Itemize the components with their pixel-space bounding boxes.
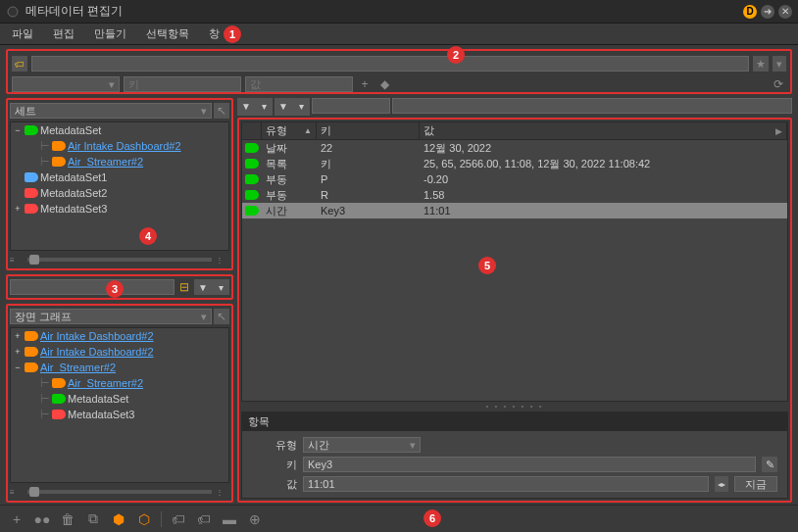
expander-icon[interactable] (28, 378, 38, 388)
copy-icon[interactable]: ⧉ (84, 510, 102, 528)
menu-file[interactable]: 파일 (4, 24, 41, 43)
menu-selection[interactable]: 선택항목 (138, 24, 197, 43)
tree-row[interactable]: ⊢Air_Streamer#2 (11, 154, 228, 169)
tree-row[interactable]: ⊢MetadataSet (11, 391, 228, 407)
tree-label[interactable]: MetadataSet (40, 124, 101, 136)
mid-search-input[interactable] (10, 279, 175, 295)
scene-cursor-icon[interactable]: ↖ (214, 309, 229, 324)
table-search-2[interactable] (392, 98, 792, 114)
orange-tag-icon[interactable]: ⬢ (110, 510, 127, 528)
menu-create[interactable]: 만들기 (86, 24, 134, 43)
scene-combo[interactable]: 장면 그래프▾ (10, 309, 212, 324)
slider-handle-icon[interactable]: ≡ (10, 259, 24, 262)
mid-filter-icon[interactable]: ▼ (194, 279, 212, 295)
favorite-button[interactable]: ★ (753, 56, 769, 72)
tree-label[interactable]: MetadataSet3 (40, 203, 108, 215)
expander-icon[interactable] (28, 141, 38, 151)
filter1-dropdown[interactable]: ▾ (255, 98, 273, 114)
filter2-dropdown[interactable]: ▾ (292, 98, 310, 114)
record-icon[interactable]: ●● (33, 510, 51, 528)
tree-row[interactable]: −Air_Streamer#2 (11, 360, 228, 375)
expander-icon[interactable] (13, 188, 23, 198)
filter2-icon[interactable]: ▼ (274, 98, 292, 114)
table-panel: 5 유형▲ 키 값▶ 날짜2212월 30, 2022목록키25, 65, 25… (237, 118, 792, 503)
add-icon[interactable]: + (8, 510, 25, 528)
tree-label[interactable]: Air_Streamer#2 (68, 156, 143, 168)
tree-label[interactable]: MetadataSet1 (40, 171, 108, 183)
scene-slider-handle[interactable]: ≡ (10, 491, 24, 494)
expander-icon[interactable] (28, 157, 38, 167)
detail-type-combo[interactable]: 시간▾ (303, 437, 421, 453)
top-search-input[interactable] (31, 56, 749, 72)
table-row[interactable]: 목록키25, 65, 2566.00, 11:08, 12월 30, 2022 … (242, 156, 787, 171)
tree-row[interactable]: +MetadataSet3 (11, 201, 228, 217)
sets-slider[interactable] (27, 258, 212, 262)
now-button[interactable]: 지금 (734, 476, 777, 492)
filter1-icon[interactable]: ▼ (237, 98, 255, 114)
tree-row[interactable]: +Air Intake Dashboard#2 (11, 328, 228, 344)
d-button[interactable]: D (743, 5, 757, 19)
tree-row[interactable]: MetadataSet1 (11, 169, 228, 185)
edit-key-button[interactable]: ✎ (762, 457, 777, 472)
cell-key: Key3 (317, 205, 420, 217)
table-row[interactable]: 시간Key311:01 (242, 203, 787, 218)
scene-slider[interactable] (27, 490, 212, 494)
tag-mode-icon[interactable]: 🏷 (12, 56, 27, 72)
table-row[interactable]: 부동R1.58 (242, 187, 787, 203)
value-input[interactable] (245, 76, 353, 92)
filter-combo[interactable]: ▾ (12, 76, 120, 92)
val-spinner[interactable]: ◂▸ (715, 476, 728, 492)
expander-icon[interactable]: + (13, 331, 23, 341)
tree-label[interactable]: MetadataSet3 (68, 409, 135, 420)
tree-row[interactable]: ⊢Air Intake Dashboard#2 (11, 138, 228, 154)
tree-row[interactable]: +Air Intake Dashboard#2 (11, 344, 228, 360)
expander-icon[interactable] (13, 172, 23, 182)
close-button[interactable]: ✕ (778, 5, 792, 19)
table-row[interactable]: 부동P-0.20 (242, 171, 787, 187)
tree-label[interactable]: Air Intake Dashboard#2 (68, 140, 181, 152)
key-input[interactable] (124, 76, 241, 92)
th-key[interactable]: 키 (317, 122, 420, 139)
cell-key: P (317, 173, 420, 185)
tree-row[interactable]: ⊢MetadataSet3 (11, 407, 228, 422)
clear-filter-button[interactable]: ◆ (376, 76, 392, 92)
tree-row[interactable]: ⊢Air_Streamer#2 (11, 375, 228, 391)
detail-val-input[interactable] (303, 476, 709, 492)
brush-icon[interactable]: ▬ (221, 510, 238, 528)
target-icon[interactable]: ⊕ (246, 510, 264, 528)
search-dropdown[interactable]: ▾ (773, 56, 786, 72)
detail-key-input[interactable] (303, 457, 756, 472)
th-tag[interactable] (242, 122, 262, 139)
tree-label[interactable]: Air_Streamer#2 (40, 362, 116, 373)
sets-cursor-icon[interactable]: ↖ (214, 103, 229, 119)
tree-label[interactable]: MetadataSet2 (40, 187, 108, 199)
expander-icon[interactable] (28, 394, 38, 404)
th-val[interactable]: 값▶ (420, 122, 787, 139)
menu-edit[interactable]: 편집 (45, 24, 82, 43)
refresh-button[interactable]: ⟳ (771, 76, 786, 92)
add-filter-button[interactable]: + (357, 76, 373, 92)
table-row[interactable]: 날짜2212월 30, 2022 (242, 140, 787, 156)
forward-button[interactable]: ➜ (761, 5, 774, 19)
tree-label[interactable]: Air Intake Dashboard#2 (40, 346, 154, 358)
table-search-1[interactable] (312, 98, 390, 114)
th-type[interactable]: 유형▲ (262, 122, 317, 139)
expander-icon[interactable]: + (13, 347, 23, 357)
resize-handle[interactable]: • • • • • • • (241, 402, 788, 410)
tag-remove-icon[interactable]: 🏷 (195, 510, 213, 528)
mid-filter-dropdown[interactable]: ▾ (212, 279, 229, 295)
tree-label[interactable]: MetadataSet (68, 393, 128, 405)
orange-tag2-icon[interactable]: ⬡ (135, 510, 153, 528)
expander-icon[interactable]: + (13, 204, 23, 214)
hierarchy-icon[interactable]: ⊟ (176, 279, 192, 295)
expander-icon[interactable] (28, 410, 38, 419)
tree-label[interactable]: Air_Streamer#2 (68, 377, 143, 389)
expander-icon[interactable]: − (13, 363, 23, 372)
tree-label[interactable]: Air Intake Dashboard#2 (40, 330, 154, 342)
delete-icon[interactable]: 🗑 (59, 510, 76, 528)
sets-combo[interactable]: 세트▾ (10, 103, 212, 119)
tree-row[interactable]: MetadataSet2 (11, 185, 228, 201)
expander-icon[interactable]: − (13, 125, 23, 135)
tag-add-icon[interactable]: 🏷 (170, 510, 187, 528)
tree-row[interactable]: −MetadataSet (11, 122, 228, 138)
